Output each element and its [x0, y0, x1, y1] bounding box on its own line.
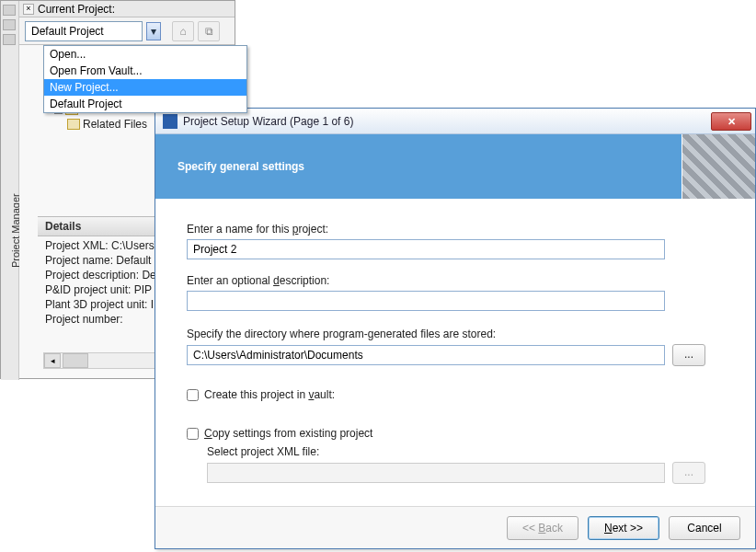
toolbar-icon-2[interactable]: ⧉: [198, 21, 220, 41]
next-button[interactable]: Next >>: [588, 516, 659, 540]
close-button[interactable]: ✕: [711, 112, 751, 131]
copy-settings-label: Copy settings from existing project: [204, 427, 372, 440]
wizard-banner: Specify general settings: [155, 134, 755, 199]
wizard-title-text: Project Setup Wizard (Page 1 of 6): [183, 115, 353, 128]
create-in-vault-checkbox[interactable]: [187, 389, 199, 401]
directory-label: Specify the directory where program-gene…: [187, 328, 727, 340]
pin-panel-icon[interactable]: [3, 19, 16, 30]
banner-image: [682, 134, 755, 199]
cancel-button[interactable]: Cancel: [669, 516, 740, 540]
close-icon[interactable]: ×: [23, 4, 34, 15]
wizard-banner-text: Specify general settings: [178, 160, 304, 173]
xml-file-input: [207, 463, 665, 483]
project-manager-sidebar: Project Manager: [1, 1, 19, 380]
combo-dropdown-button[interactable]: ▾: [146, 22, 161, 40]
dropdown-item-new-project[interactable]: New Project...: [44, 79, 246, 96]
wizard-body: Enter a name for this project: Enter an …: [155, 199, 755, 493]
directory-input[interactable]: [187, 345, 665, 365]
xml-file-label: Select project XML file:: [207, 445, 727, 458]
dropdown-item-open-vault[interactable]: Open From Vault...: [44, 63, 246, 79]
options-panel-icon[interactable]: [3, 34, 16, 45]
project-name-input[interactable]: [187, 239, 665, 259]
back-button: << Back: [507, 516, 578, 540]
copy-settings-checkbox[interactable]: [187, 428, 199, 440]
tree-label: Related Files: [83, 117, 147, 132]
project-manager-toolbar: Default Project ▾ ⌂ ⧉: [19, 17, 235, 45]
project-setup-wizard: Project Setup Wizard (Page 1 of 6) ✕ Spe…: [155, 108, 756, 549]
scroll-left-icon[interactable]: ◂: [44, 353, 61, 368]
current-project-value: Default Project: [31, 25, 104, 38]
description-input[interactable]: [187, 291, 665, 311]
project-combo-dropdown: Open... Open From Vault... New Project..…: [43, 45, 247, 113]
dropdown-item-open[interactable]: Open...: [44, 46, 246, 63]
close-panel-icon[interactable]: [3, 5, 16, 16]
app-icon: [163, 114, 178, 129]
description-label: Enter an optional description:: [187, 274, 727, 287]
xml-subsection: Select project XML file: ...: [207, 445, 727, 484]
vault-checkbox-row: Create this project in vault:: [187, 388, 727, 401]
scroll-thumb[interactable]: [63, 353, 88, 368]
folder-icon: [67, 119, 80, 130]
browse-directory-button[interactable]: ...: [672, 344, 705, 366]
current-project-combo[interactable]: Default Project: [25, 21, 143, 41]
toolbar-icon-1[interactable]: ⌂: [172, 21, 194, 41]
current-project-label: Current Project:: [38, 3, 115, 16]
project-manager-titlebar: × Current Project:: [19, 1, 235, 17]
browse-xml-button: ...: [672, 462, 705, 484]
project-name-label: Enter a name for this project:: [187, 223, 727, 236]
copy-settings-row: Copy settings from existing project: [187, 427, 727, 440]
chevron-down-icon: ▾: [151, 25, 156, 38]
dropdown-item-default-project[interactable]: Default Project: [44, 96, 246, 112]
vault-checkbox-label: Create this project in vault:: [204, 388, 335, 401]
wizard-footer: << Back Next >> Cancel: [155, 506, 755, 548]
